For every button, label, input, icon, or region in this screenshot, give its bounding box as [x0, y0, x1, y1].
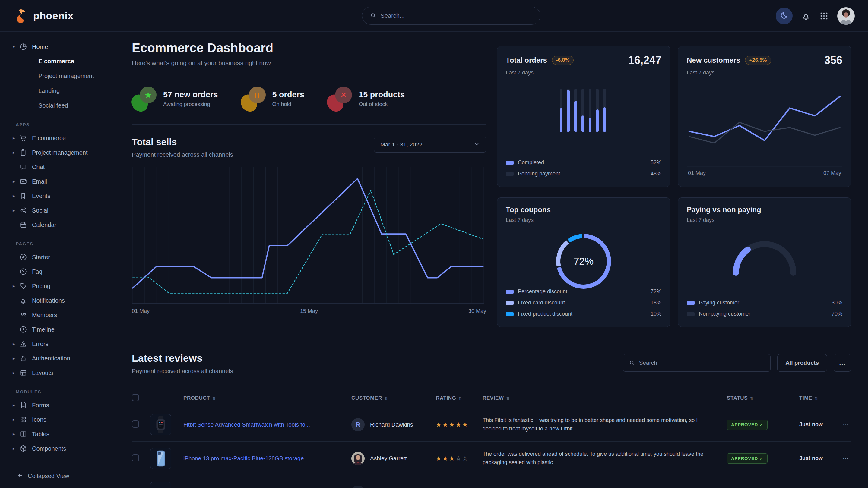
sidebar-item-errors[interactable]: ▸Errors	[0, 337, 115, 351]
caret-right-icon: ▸	[13, 283, 19, 289]
caret-right-icon: ▸	[13, 179, 19, 184]
legend-row: Percentage discount72%	[506, 286, 661, 297]
apps-menu-button[interactable]	[819, 11, 829, 21]
stat-value: 57 new orders	[163, 90, 218, 99]
top-navbar: phoenix	[0, 0, 868, 32]
page-title: Ecommerce Dashboard	[132, 41, 486, 55]
row-more-button[interactable]: ⋯	[835, 421, 851, 428]
theme-toggle-button[interactable]	[776, 7, 793, 24]
search-input[interactable]	[381, 12, 532, 19]
card-title: Top coupons	[506, 205, 551, 214]
caret-down-icon: ▾	[13, 44, 19, 50]
sort-icon: ⇅	[506, 396, 510, 400]
grid-nine-dots-icon	[819, 17, 829, 22]
sidebar-item-faq[interactable]: Faq	[0, 264, 115, 279]
top-coupons-legend: Percentage discount72%Fixed card discoun…	[506, 286, 661, 320]
star-icon: ★	[456, 421, 462, 428]
caret-right-icon: ▸	[13, 208, 19, 213]
x-tick: 01 May	[132, 308, 150, 314]
select-all-checkbox[interactable]	[132, 394, 139, 401]
sidebar-item-tables[interactable]: ▸Tables	[0, 427, 115, 441]
caret-right-icon: ▸	[13, 417, 19, 422]
sidebar-nav: ▾HomeE commerceProject managementLanding…	[0, 39, 115, 456]
sidebar-subitem-social-feed[interactable]: Social feed	[0, 98, 115, 113]
legend-value: 72%	[651, 289, 661, 295]
column-header-status[interactable]: STATUS⇅	[727, 395, 799, 401]
sidebar-subitem-landing[interactable]: Landing	[0, 84, 115, 98]
page-subtitle: Here's what's going on at your business …	[132, 59, 486, 67]
sort-icon: ⇅	[384, 396, 388, 400]
sidebar-item-timeline[interactable]: Timeline	[0, 322, 115, 337]
paying-gauge-chart	[687, 237, 842, 278]
total-sells-subtitle: Payment received across all channels	[132, 151, 233, 158]
row-checkbox[interactable]	[132, 454, 139, 461]
paying-vs-nonpaying-card: Paying vs non paying Last 7 days Paying …	[678, 197, 851, 327]
bell-icon	[19, 297, 27, 304]
sidebar-subitem-e-commerce[interactable]: E commerce	[0, 54, 115, 69]
sidebar-item-events[interactable]: ▸Events	[0, 189, 115, 203]
share-icon	[19, 206, 27, 214]
product-thumbnail[interactable]	[150, 482, 171, 488]
global-search[interactable]	[362, 7, 540, 25]
rating-stars: ★★★☆☆	[436, 455, 483, 462]
sidebar-item-members[interactable]: Members	[0, 308, 115, 322]
total-orders-card: Total orders -6.8% 16,247 Last 7 days Co…	[497, 46, 670, 187]
all-products-filter-button[interactable]: All products	[777, 354, 827, 372]
sidebar-item-pricing[interactable]: ▸Pricing	[0, 279, 115, 293]
sidebar-item-e-commerce[interactable]: ▸E commerce	[0, 131, 115, 145]
reviews-more-button[interactable]: ...	[834, 354, 851, 372]
stat-item: ✕15 productsOut of stock	[327, 85, 405, 112]
column-header-time[interactable]: TIME⇅	[799, 395, 835, 401]
reviews-table-header: PRODUCT⇅CUSTOMER⇅RATING⇅REVIEW⇅STATUS⇅TI…	[132, 389, 851, 408]
sidebar-item-icons[interactable]: ▸Icons	[0, 412, 115, 427]
main-content: Ecommerce Dashboard Here's what's going …	[115, 32, 868, 488]
notifications-button[interactable]	[801, 11, 811, 21]
sidebar-item-project-management[interactable]: ▸Project management	[0, 145, 115, 160]
reviews-search[interactable]	[623, 354, 771, 372]
customer-avatar[interactable]	[351, 452, 365, 465]
reviews-search-input[interactable]	[639, 360, 764, 366]
column-header-customer[interactable]: CUSTOMER⇅	[351, 395, 436, 401]
x-icon: ✕	[340, 90, 347, 100]
brand-logo[interactable]: phoenix	[13, 8, 73, 24]
donut-center-label: 72%	[553, 231, 614, 291]
collapse-label: Collapsed View	[28, 473, 69, 480]
pie-chart-icon	[19, 43, 27, 51]
column-header-rating[interactable]: RATING⇅	[436, 395, 483, 401]
legend-swatch	[687, 301, 694, 305]
customer-avatar[interactable]	[351, 486, 365, 488]
sidebar-item-layouts[interactable]: ▸Layouts	[0, 366, 115, 380]
sidebar-collapse-toggle[interactable]: Collapsed View	[0, 464, 115, 488]
product-thumbnail[interactable]	[150, 448, 171, 469]
reviews-table: PRODUCT⇅CUSTOMER⇅RATING⇅REVIEW⇅STATUS⇅TI…	[132, 389, 851, 488]
legend-swatch	[687, 312, 694, 316]
date-range-select[interactable]: Mar 1 - 31, 2022	[374, 137, 486, 153]
sidebar-item-starter[interactable]: Starter	[0, 250, 115, 264]
mail-icon	[19, 177, 27, 185]
sort-icon: ⇅	[750, 396, 754, 400]
sidebar-item-email[interactable]: ▸Email	[0, 174, 115, 189]
product-link[interactable]: Fitbit Sense Advanced Smartwatch with To…	[183, 421, 310, 428]
column-header-product[interactable]: PRODUCT⇅	[183, 395, 351, 401]
legend-value: 10%	[651, 311, 661, 317]
product-thumbnail[interactable]	[150, 414, 171, 435]
sidebar-item-notifications[interactable]: Notifications	[0, 293, 115, 308]
sidebar-subitem-project-management[interactable]: Project management	[0, 69, 115, 84]
table-row	[132, 475, 851, 488]
column-header-review[interactable]: REVIEW⇅	[483, 395, 727, 401]
dashboard-left-column: Ecommerce Dashboard Here's what's going …	[132, 32, 486, 335]
customer-avatar[interactable]: R	[351, 418, 365, 431]
sidebar-item-home[interactable]: ▾Home	[0, 39, 115, 54]
review-time: Just now	[799, 455, 835, 461]
row-checkbox[interactable]	[132, 421, 139, 428]
sidebar-item-components[interactable]: ▸Components	[0, 441, 115, 456]
sidebar-item-chat[interactable]: Chat	[0, 160, 115, 174]
user-avatar[interactable]	[837, 7, 855, 25]
sidebar-item-calendar[interactable]: Calendar	[0, 218, 115, 232]
question-icon	[19, 268, 27, 275]
sidebar-item-social[interactable]: ▸Social	[0, 203, 115, 218]
product-link[interactable]: iPhone 13 pro max-Pacific Blue-128GB sto…	[183, 455, 304, 461]
sidebar-item-authentication[interactable]: ▸Authentication	[0, 351, 115, 366]
sidebar-item-forms[interactable]: ▸Forms	[0, 398, 115, 412]
row-more-button[interactable]: ⋯	[835, 455, 851, 462]
